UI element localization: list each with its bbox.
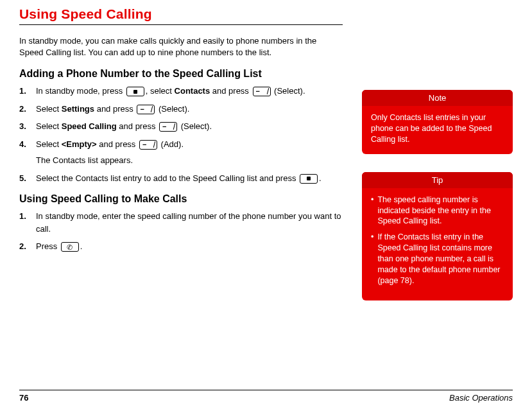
section-heading-add: Adding a Phone Number to the Speed Calli… [19,68,343,80]
step-number: 4. [19,138,31,167]
step-text: Select the Contacts list entry to add to… [36,173,298,183]
step-item: 1. In standby mode, enter the speed call… [19,210,343,235]
step-number: 2. [19,103,31,116]
center-key-icon [300,174,318,184]
center-key-icon [126,87,144,96]
step-text: and press [210,86,251,96]
softkey-icon [137,105,155,114]
tip-header: Tip [362,172,513,188]
note-callout: Note Only Contacts list entries in your … [362,90,513,154]
step-number: 5. [19,172,31,185]
note-body: Only Contacts list entries in your phone… [362,106,513,145]
tip-item: If the Contacts list entry in the Speed … [371,232,504,286]
step-text: Select [36,104,62,114]
step-text: Select [36,139,62,149]
tip-list: The speed calling number is indicated be… [362,188,513,286]
step-text: Select [36,121,62,131]
step-bold: Settings [62,104,94,114]
step-item: 3. Select Speed Calling and press (Selec… [19,120,343,133]
page-footer: 76 Basic Operations [19,390,513,403]
step-text: Press [36,241,60,251]
step-number: 3. [19,120,31,133]
step-bold: Contacts [175,86,210,96]
tip-callout: Tip The speed calling number is indicate… [362,172,513,300]
step-text: and press [117,121,158,131]
steps-list-1: 1. In standby mode, press , select Conta… [19,85,343,184]
step-number: 1. [19,210,31,235]
section-heading-use: Using Speed Calling to Make Calls [19,193,343,205]
step-number: 1. [19,85,31,98]
step-text: and press [94,104,135,114]
step-text: (Add). [159,139,184,149]
step-item: 5. Select the Contacts list entry to add… [19,172,343,185]
step-text: In standby mode, press [36,86,125,96]
step-text: . [80,241,83,251]
step-text: (Select). [156,104,189,114]
step-item: 1. In standby mode, press , select Conta… [19,85,343,98]
step-bold: <Empty> [62,139,97,149]
step-sub-text: The Contacts list appears. [36,154,343,167]
steps-list-2: 1. In standby mode, enter the speed call… [19,210,343,253]
softkey-icon [253,87,271,96]
step-item: 2. Press . [19,240,343,253]
step-bold: Speed Calling [62,121,117,131]
softkey-icon [139,140,157,150]
step-number: 2. [19,240,31,253]
softkey-icon [159,122,177,132]
call-key-icon [61,242,79,252]
step-text: In standby mode, enter the speed calling… [36,210,343,235]
step-text: (Select). [178,121,212,131]
step-item: 4. Select <Empty> and press (Add). The C… [19,138,343,167]
chapter-name: Basic Operations [449,393,513,403]
step-text: and press [97,139,138,149]
page-title: Using Speed Calling [19,6,343,25]
step-text: (Select). [272,86,305,96]
page-number: 76 [19,393,28,403]
note-header: Note [362,90,513,106]
step-text: , select [146,86,175,96]
tip-item: The speed calling number is indicated be… [371,195,504,227]
step-item: 2. Select Settings and press (Select). [19,103,343,116]
intro-text: In standby mode, you can make calls quic… [19,35,343,58]
step-text: . [319,173,322,183]
